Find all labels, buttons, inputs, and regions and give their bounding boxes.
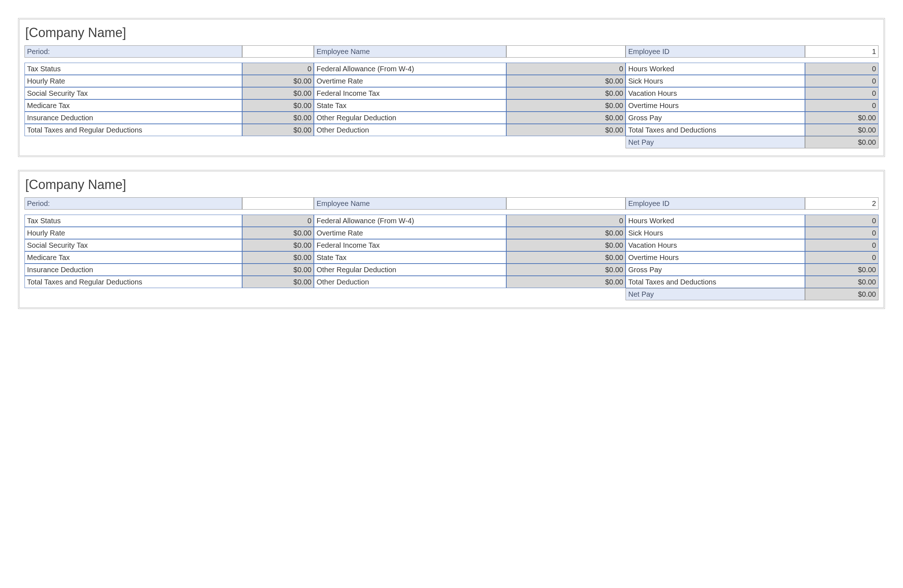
employee-name-label: Employee Name [314, 197, 506, 210]
field-value: $0.00 [242, 124, 314, 136]
empty-cell [506, 136, 626, 148]
field-value: $0.00 [242, 75, 314, 87]
field-label: Hours Worked [626, 63, 805, 75]
employee-id-label: Employee ID [626, 45, 805, 58]
period-label: Period: [25, 197, 242, 210]
field-value: $0.00 [242, 99, 314, 111]
employee-name-value [506, 45, 626, 58]
field-label: Hourly Rate [25, 75, 242, 87]
header-row: Period:Employee NameEmployee ID2 [25, 197, 878, 210]
field-value: 0 [805, 239, 878, 251]
field-label: Other Deduction [314, 124, 506, 136]
field-value: $0.00 [805, 111, 878, 124]
pay-stub-table: Period:Employee NameEmployee ID2Tax Stat… [25, 197, 878, 300]
field-value: 0 [805, 215, 878, 227]
field-value: 0 [506, 63, 626, 75]
company-name: [Company Name] [25, 25, 878, 40]
employee-name-value [506, 197, 626, 210]
field-value: $0.00 [242, 276, 314, 288]
field-label: Overtime Rate [314, 227, 506, 239]
field-label: Vacation Hours [626, 87, 805, 99]
field-label: Medicare Tax [25, 99, 242, 111]
net-pay-value: $0.00 [805, 288, 878, 300]
field-label: Federal Allowance (From W-4) [314, 63, 506, 75]
field-label: Hours Worked [626, 215, 805, 227]
field-label: Sick Hours [626, 75, 805, 87]
field-label: Overtime Rate [314, 75, 506, 87]
field-value: $0.00 [242, 251, 314, 263]
field-value: $0.00 [506, 124, 626, 136]
field-value: 0 [805, 99, 878, 111]
field-value: $0.00 [506, 251, 626, 263]
detail-row: Hourly Rate$0.00Overtime Rate$0.00Sick H… [25, 227, 878, 239]
field-label: Other Regular Deduction [314, 263, 506, 276]
field-label: Total Taxes and Regular Deductions [25, 276, 242, 288]
field-label: State Tax [314, 99, 506, 111]
field-value: 0 [506, 215, 626, 227]
empty-cell [506, 288, 626, 300]
field-value: $0.00 [242, 87, 314, 99]
field-value: 0 [242, 63, 314, 75]
detail-row: Medicare Tax$0.00State Tax$0.00Overtime … [25, 99, 878, 111]
field-value: $0.00 [506, 75, 626, 87]
detail-row: Insurance Deduction$0.00Other Regular De… [25, 263, 878, 276]
net-pay-row: Net Pay$0.00 [25, 136, 878, 148]
empty-cell [242, 288, 314, 300]
employee-id-label: Employee ID [626, 197, 805, 210]
period-value [242, 45, 314, 58]
field-value: $0.00 [242, 239, 314, 251]
field-label: Overtime Hours [626, 99, 805, 111]
field-label: Tax Status [25, 63, 242, 75]
field-label: Insurance Deduction [25, 263, 242, 276]
field-label: Federal Income Tax [314, 239, 506, 251]
field-value: $0.00 [242, 111, 314, 124]
field-value: 0 [805, 251, 878, 263]
field-value: $0.00 [506, 276, 626, 288]
field-value: $0.00 [506, 99, 626, 111]
period-label: Period: [25, 45, 242, 58]
field-value: $0.00 [242, 263, 314, 276]
company-name: [Company Name] [25, 177, 878, 192]
empty-cell [25, 288, 242, 300]
field-label: Federal Allowance (From W-4) [314, 215, 506, 227]
detail-row: Insurance Deduction$0.00Other Regular De… [25, 111, 878, 124]
field-label: State Tax [314, 251, 506, 263]
detail-row: Medicare Tax$0.00State Tax$0.00Overtime … [25, 251, 878, 263]
detail-row: Total Taxes and Regular Deductions$0.00O… [25, 276, 878, 288]
detail-row: Social Security Tax$0.00Federal Income T… [25, 87, 878, 99]
field-value: 0 [805, 75, 878, 87]
employee-name-label: Employee Name [314, 45, 506, 58]
field-value: $0.00 [242, 227, 314, 239]
field-value: $0.00 [506, 239, 626, 251]
field-label: Other Regular Deduction [314, 111, 506, 124]
detail-row: Total Taxes and Regular Deductions$0.00O… [25, 124, 878, 136]
employee-id-value: 2 [805, 197, 878, 210]
field-label: Total Taxes and Deductions [626, 276, 805, 288]
detail-row: Hourly Rate$0.00Overtime Rate$0.00Sick H… [25, 75, 878, 87]
empty-cell [25, 136, 242, 148]
net-pay-label: Net Pay [626, 136, 805, 148]
detail-row: Tax Status0Federal Allowance (From W-4)0… [25, 215, 878, 227]
detail-row: Social Security Tax$0.00Federal Income T… [25, 239, 878, 251]
field-value: $0.00 [506, 87, 626, 99]
field-value: 0 [805, 227, 878, 239]
field-value: 0 [242, 215, 314, 227]
field-value: $0.00 [506, 263, 626, 276]
field-label: Sick Hours [626, 227, 805, 239]
empty-cell [314, 136, 506, 148]
field-label: Social Security Tax [25, 239, 242, 251]
net-pay-label: Net Pay [626, 288, 805, 300]
header-row: Period:Employee NameEmployee ID1 [25, 45, 878, 58]
field-label: Other Deduction [314, 276, 506, 288]
field-label: Social Security Tax [25, 87, 242, 99]
net-pay-value: $0.00 [805, 136, 878, 148]
detail-row: Tax Status0Federal Allowance (From W-4)0… [25, 63, 878, 75]
field-value: $0.00 [506, 111, 626, 124]
field-value: 0 [805, 87, 878, 99]
field-label: Hourly Rate [25, 227, 242, 239]
employee-id-value: 1 [805, 45, 878, 58]
field-value: $0.00 [506, 227, 626, 239]
pay-stub-card: [Company Name]Period:Employee NameEmploy… [18, 170, 885, 309]
field-value: $0.00 [805, 263, 878, 276]
net-pay-row: Net Pay$0.00 [25, 288, 878, 300]
